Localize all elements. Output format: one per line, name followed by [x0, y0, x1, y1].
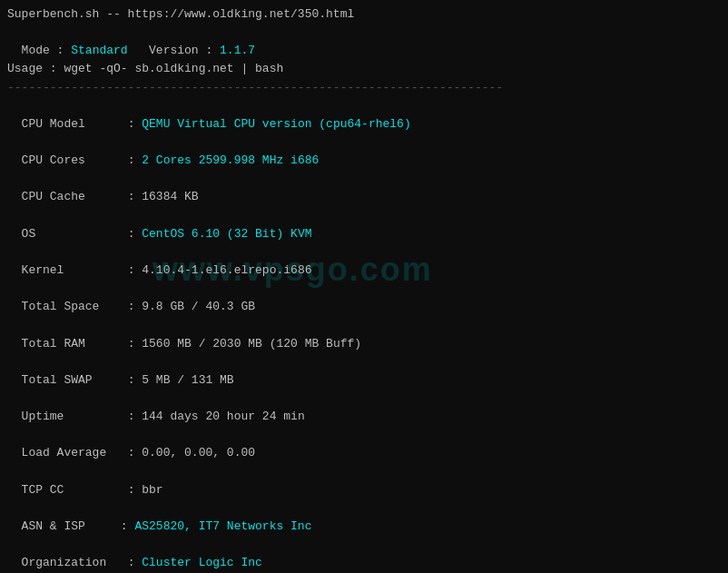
tcp-cc-label: TCP CC: [22, 483, 128, 497]
tcp-cc-row: TCP CC : bbr: [7, 463, 721, 499]
load-avg-label: Load Average: [22, 446, 128, 459]
org-row: Organization : Cluster Logic Inc: [7, 536, 721, 572]
load-avg-row: Load Average : 0.00, 0.00, 0.00: [7, 426, 721, 462]
version-value: 1.1.7: [212, 44, 255, 57]
header-mode: Mode : Standard Version : 1.1.7: [7, 24, 721, 60]
cpu-cache-label: CPU Cache: [22, 190, 128, 203]
org-value: Cluster Logic Inc: [142, 556, 262, 569]
tcp-cc-value: bbr: [142, 483, 162, 497]
header-title: Superbench.sh -- https://www.oldking.net…: [7, 5, 721, 24]
header-usage: Usage : wget -qO- sb.oldking.net | bash: [7, 60, 721, 78]
os-row: OS : CentOS 6.10 (32 Bit) KVM: [7, 207, 721, 243]
total-space-value: 9.8 GB / 40.3 GB: [142, 300, 255, 313]
load-avg-value: 0.00, 0.00, 0.00: [142, 446, 255, 459]
total-ram-value: 1560 MB / 2030 MB (120 MB Buff): [142, 337, 361, 351]
mode-value: Standard: [64, 44, 127, 57]
total-swap-label: Total SWAP: [22, 373, 128, 387]
version-label: Version :: [149, 44, 212, 57]
asn-label: ASN & ISP: [22, 519, 121, 533]
uptime-row: Uptime : 144 days 20 hour 24 min: [7, 390, 721, 426]
total-space-label: Total Space: [22, 300, 128, 313]
cpu-model-value: QEMU Virtual CPU version (cpu64-rhel6): [142, 117, 410, 131]
total-swap-row: Total SWAP : 5 MB / 131 MB: [7, 353, 721, 390]
cpu-cores-label: CPU Cores: [22, 153, 128, 167]
kernel-value: 4.10.4-1.el6.elrepo.i686: [142, 263, 311, 277]
asn-row: ASN & ISP : AS25820, IT7 Networks Inc: [7, 499, 721, 536]
cpu-cache-row: CPU Cache : 16384 KB: [7, 170, 721, 206]
uptime-label: Uptime: [22, 410, 128, 423]
total-space-row: Total Space : 9.8 GB / 40.3 GB: [7, 280, 721, 316]
os-label: OS: [22, 227, 128, 241]
os-value: CentOS 6.10 (32 Bit) KVM: [142, 227, 311, 241]
asn-value: AS25820, IT7 Networks Inc: [134, 519, 311, 533]
org-label: Organization: [22, 556, 128, 569]
cpu-model-label: CPU Model: [22, 117, 128, 131]
cpu-cores-value: 2 Cores 2599.998 MHz i686: [142, 153, 319, 167]
total-ram-row: Total RAM : 1560 MB / 2030 MB (120 MB Bu…: [7, 316, 721, 352]
divider-1: ----------------------------------------…: [7, 79, 721, 97]
cpu-model-row: CPU Model : QEMU Virtual CPU version (cp…: [7, 97, 721, 133]
kernel-row: Kernel : 4.10.4-1.el6.elrepo.i686: [7, 243, 721, 280]
mode-label: Mode :: [22, 44, 64, 57]
kernel-label: Kernel: [22, 263, 128, 277]
total-swap-value: 5 MB / 131 MB: [142, 373, 233, 387]
cpu-cores-row: CPU Cores : 2 Cores 2599.998 MHz i686: [7, 133, 721, 170]
cpu-cache-value: 16384 KB: [142, 190, 198, 203]
total-ram-label: Total RAM: [22, 337, 128, 351]
uptime-value: 144 days 20 hour 24 min: [142, 410, 304, 423]
